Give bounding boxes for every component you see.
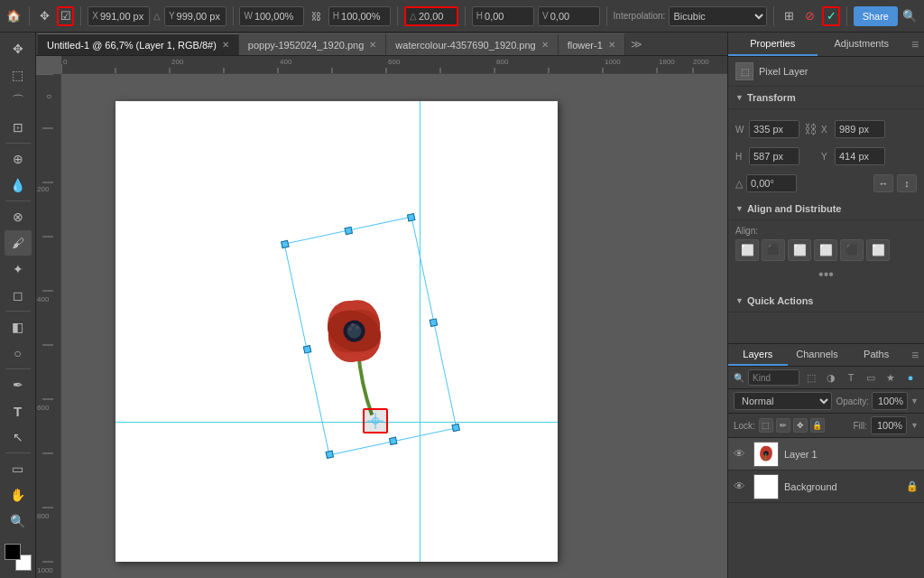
align-bottom-button[interactable]: ⬜ bbox=[866, 239, 890, 261]
flip-h-button[interactable]: ↔ bbox=[873, 174, 893, 192]
y-prop-value[interactable] bbox=[839, 151, 881, 162]
tab-untitled[interactable]: Untitled-1 @ 66,7% (Layer 1, RGB/8#) ✕ bbox=[38, 33, 239, 55]
opacity-arrow-icon[interactable]: ▼ bbox=[910, 396, 919, 406]
transform-section-header[interactable]: ▼ Transform bbox=[728, 87, 924, 109]
filter-toggle-icon[interactable]: ● bbox=[902, 369, 919, 386]
lock-draw-button[interactable]: ✏ bbox=[776, 418, 790, 433]
align-center-v-button[interactable]: ⬛ bbox=[840, 239, 864, 261]
filter-search-field[interactable]: Kind bbox=[748, 369, 799, 386]
flip-v-button[interactable]: ↕ bbox=[897, 174, 917, 192]
v-shear-field[interactable]: V bbox=[538, 6, 600, 26]
tab-properties[interactable]: Properties bbox=[728, 33, 818, 56]
handle-bot-left[interactable] bbox=[326, 451, 334, 459]
filter-type-icon[interactable]: T bbox=[843, 369, 859, 386]
opacity-input[interactable] bbox=[872, 392, 908, 410]
handle-bot-mid[interactable] bbox=[388, 437, 396, 445]
w-prop-input[interactable] bbox=[749, 120, 799, 138]
h-prop-value[interactable] bbox=[753, 151, 795, 162]
align-section-header[interactable]: ▼ Align and Distribute bbox=[728, 198, 924, 220]
tool-hand[interactable]: ✋ bbox=[5, 482, 32, 508]
handle-bot-right[interactable] bbox=[451, 424, 459, 432]
tool-crop[interactable]: ⊕ bbox=[5, 146, 32, 172]
x-prop-input[interactable] bbox=[835, 120, 885, 138]
tool-lasso[interactable]: ⌒ bbox=[5, 89, 32, 114]
tab-paths[interactable]: Paths bbox=[846, 344, 906, 366]
align-left-button[interactable]: ⬜ bbox=[735, 239, 759, 261]
move-icon[interactable]: ✥ bbox=[36, 6, 53, 26]
filter-adjust-icon[interactable]: ◑ bbox=[823, 369, 839, 386]
layer-visibility-toggle[interactable]: 👁 bbox=[734, 447, 748, 461]
tool-path-selection[interactable]: ↖ bbox=[5, 424, 32, 450]
h-shear-field[interactable]: H bbox=[472, 6, 534, 26]
close-tab-4-icon[interactable]: ✕ bbox=[608, 40, 615, 50]
tab-channels[interactable]: Channels bbox=[788, 344, 847, 366]
angle-prop-value[interactable] bbox=[751, 178, 787, 189]
angle-input[interactable] bbox=[419, 11, 453, 22]
close-tab-3-icon[interactable]: ✕ bbox=[541, 40, 549, 50]
x-input[interactable] bbox=[100, 11, 145, 22]
w-input[interactable] bbox=[254, 11, 300, 22]
tool-healing[interactable]: ⊗ bbox=[5, 204, 32, 229]
filter-shape-icon[interactable]: ▭ bbox=[863, 369, 879, 386]
v-shear-input[interactable] bbox=[550, 11, 596, 22]
foreground-color-swatch[interactable] bbox=[5, 544, 21, 560]
tool-brush[interactable]: 🖌 bbox=[5, 230, 32, 256]
handle-mid-right[interactable] bbox=[430, 318, 438, 326]
tool-dodge[interactable]: ○ bbox=[5, 340, 32, 366]
color-swatches[interactable] bbox=[5, 544, 32, 571]
tab-poppy[interactable]: poppy-1952024_1920.png ✕ bbox=[239, 33, 386, 55]
layer-row[interactable]: 👁 Layer 1 bbox=[728, 438, 924, 471]
share-button[interactable]: Share bbox=[854, 6, 898, 26]
fill-arrow-icon[interactable]: ▼ bbox=[910, 421, 919, 430]
tool-gradient[interactable]: ◧ bbox=[5, 314, 32, 340]
tabs-more-button[interactable]: ≫ bbox=[625, 33, 648, 55]
w-prop-value[interactable] bbox=[753, 124, 795, 135]
close-tab-2-icon[interactable]: ✕ bbox=[369, 40, 376, 50]
blend-mode-select[interactable]: Normal Multiply Screen Overlay bbox=[734, 392, 832, 410]
transform-checkbox[interactable]: ☑ bbox=[57, 6, 75, 26]
align-center-h-button[interactable]: ⬛ bbox=[762, 239, 785, 261]
angle-field[interactable]: △ bbox=[404, 6, 458, 26]
tool-marquee[interactable]: ⬚ bbox=[5, 62, 32, 88]
quick-actions-header[interactable]: ▼ Quick Actions bbox=[728, 290, 924, 312]
x-field[interactable]: X bbox=[88, 6, 150, 26]
panel-options-icon[interactable]: ≡ bbox=[906, 33, 924, 56]
align-more-button[interactable]: ••• bbox=[735, 265, 917, 284]
lock-move-button[interactable]: ✥ bbox=[793, 418, 808, 433]
handle-top-mid[interactable] bbox=[344, 227, 352, 235]
search-icon[interactable]: 🔍 bbox=[901, 6, 919, 26]
layers-panel-options-icon[interactable]: ≡ bbox=[906, 344, 924, 366]
align-top-button[interactable]: ⬜ bbox=[814, 239, 837, 261]
tool-clone[interactable]: ✦ bbox=[5, 256, 32, 282]
lock-pixel-button[interactable]: ⬚ bbox=[759, 418, 773, 433]
tool-shape[interactable]: ▭ bbox=[5, 456, 32, 481]
tab-flower[interactable]: flower-1 ✕ bbox=[559, 33, 625, 55]
home-icon[interactable]: 🏠 bbox=[5, 6, 23, 26]
tab-layers[interactable]: Layers bbox=[728, 344, 788, 366]
layer-visibility-toggle[interactable]: 👁 bbox=[734, 480, 748, 493]
confirm-transform-button[interactable]: ✓ bbox=[822, 6, 840, 26]
h-field[interactable]: H bbox=[328, 6, 391, 26]
w-field[interactable]: W bbox=[239, 6, 303, 26]
h-shear-input[interactable] bbox=[485, 11, 530, 22]
tab-adjustments[interactable]: Adjustments bbox=[818, 33, 907, 56]
y-input[interactable] bbox=[177, 11, 222, 22]
tab-watercolour[interactable]: watercolour-4357690_1920.png ✕ bbox=[386, 33, 558, 55]
y-field[interactable]: Y bbox=[164, 6, 226, 26]
lock-all-button[interactable]: 🔒 bbox=[810, 418, 825, 433]
y-prop-input[interactable] bbox=[835, 147, 885, 165]
cancel-transform-icon[interactable]: ⊘ bbox=[801, 6, 818, 26]
align-right-button[interactable]: ⬜ bbox=[788, 239, 811, 261]
tool-zoom[interactable]: 🔍 bbox=[5, 508, 32, 534]
close-tab-icon[interactable]: ✕ bbox=[222, 40, 229, 50]
handle-top-right[interactable] bbox=[407, 213, 415, 221]
handle-top-left[interactable] bbox=[281, 240, 289, 248]
link-icon[interactable]: ⛓ bbox=[308, 6, 325, 26]
tool-select-subject[interactable]: ⊡ bbox=[5, 115, 32, 140]
x-prop-value[interactable] bbox=[839, 124, 881, 135]
tool-move[interactable]: ✥ bbox=[5, 36, 32, 61]
transform-center-point[interactable] bbox=[363, 408, 388, 434]
h-input[interactable] bbox=[341, 11, 386, 22]
tool-pen[interactable]: ✒ bbox=[5, 372, 32, 397]
filter-smart-icon[interactable]: ★ bbox=[882, 369, 899, 386]
